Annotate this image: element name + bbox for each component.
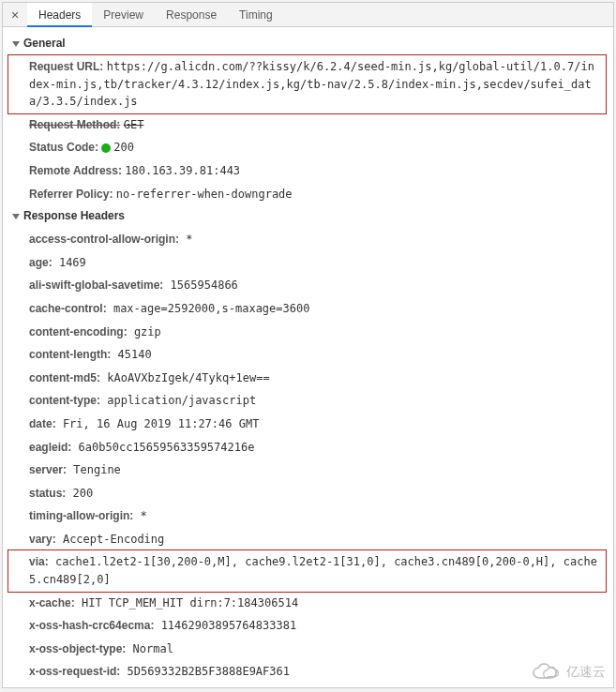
header-label: vary:	[29, 533, 56, 546]
header-value: 1565954866	[163, 278, 237, 292]
tab-preview[interactable]: Preview	[92, 3, 155, 27]
header-label: eagleid:	[29, 441, 71, 454]
header-label: access-control-allow-origin:	[29, 233, 179, 246]
tab-response[interactable]: Response	[155, 3, 228, 27]
header-value: 200	[66, 487, 93, 500]
header-value: 5D569332B2B5F3888E9AF361	[120, 665, 290, 678]
header-value: 1469	[53, 256, 86, 269]
header-label: content-encoding:	[29, 325, 128, 338]
content-scroll[interactable]: General Request URL: https://g.alicdn.co…	[3, 27, 613, 687]
referrer-policy-row: Referrer Policy: no-referrer-when-downgr…	[8, 183, 613, 206]
request-method-label: Request Method:	[29, 118, 120, 131]
header-row: x-oss-object-type: Normal	[8, 638, 613, 661]
referrer-policy-label: Referrer Policy:	[29, 188, 113, 201]
header-value: Normal	[126, 642, 173, 655]
header-row: x-oss-request-id: 5D569332B2B5F3888E9AF3…	[8, 660, 613, 684]
header-value: *	[179, 233, 192, 246]
header-row: content-type: application/javascript	[8, 389, 613, 413]
status-code-value: 200	[113, 141, 134, 154]
section-general-toggle[interactable]: General	[8, 33, 613, 55]
header-row: timing-allow-origin: *	[8, 504, 613, 528]
header-row: ali-swift-global-savetime: 1565954866	[8, 274, 613, 297]
status-code-row: Status Code: 200	[8, 136, 613, 159]
header-row: via: cache1.l2et2-1[30,200-0,M], cache9.…	[8, 550, 606, 591]
referrer-policy-value: no-referrer-when-downgrade	[116, 188, 293, 201]
header-value: kAoAVXbzIgek/4Tykq+1ew==	[100, 371, 270, 384]
header-row: access-control-allow-origin: *	[8, 228, 613, 251]
section-response-headers-toggle[interactable]: Response Headers	[8, 205, 613, 228]
header-row: eagleid: 6a0b50cc15659563359574216e	[8, 436, 613, 459]
header-value: Fri, 16 Aug 2019 11:27:46 GMT	[56, 417, 260, 430]
response-headers-list: access-control-allow-origin: *age: 1469a…	[8, 228, 613, 687]
header-label: content-length:	[29, 348, 111, 361]
tabbar: × Headers Preview Response Timing	[3, 3, 613, 27]
header-row: content-encoding: gzip	[8, 321, 613, 344]
header-row: cache-control: max-age=2592000,s-maxage=…	[8, 297, 613, 321]
header-label: via:	[29, 555, 49, 568]
header-value: application/javascript	[100, 394, 256, 407]
header-row: vary: Accept-Encoding	[8, 528, 613, 551]
headers-panel: × Headers Preview Response Timing Genera…	[2, 2, 614, 688]
close-icon[interactable]: ×	[3, 8, 27, 23]
header-label: server:	[29, 463, 67, 476]
header-value: 6a0b50cc15659563359574216e	[71, 441, 254, 454]
header-value: gzip	[128, 325, 161, 338]
request-url-value: https://g.alicdn.com/??kissy/k/6.2.4/see…	[29, 60, 594, 108]
header-value: Accept-Encoding	[56, 533, 165, 546]
request-url-row: Request URL: https://g.alicdn.com/??kiss…	[8, 55, 606, 113]
header-label: timing-allow-origin:	[29, 509, 133, 522]
header-value: cache1.l2et2-1[30,200-0,M], cache9.l2et2…	[29, 555, 597, 586]
header-label: age:	[29, 256, 53, 269]
header-label: ali-swift-global-savetime:	[29, 278, 163, 292]
tab-headers[interactable]: Headers	[27, 3, 92, 27]
chevron-down-icon	[12, 41, 20, 47]
header-label: status:	[29, 487, 66, 500]
header-row: status: 200	[8, 482, 613, 505]
header-value: Tengine	[67, 463, 121, 476]
header-row: x-cache: HIT TCP_MEM_HIT dirn:7:18430651…	[8, 592, 613, 615]
status-dot-icon	[101, 143, 111, 153]
header-value: max-age=2592000,s-maxage=3600	[107, 302, 310, 315]
header-value: 11462903895764833381	[154, 619, 296, 632]
request-method-row: Request Method: GET	[8, 113, 613, 137]
header-label: content-type:	[29, 394, 100, 407]
status-code-label: Status Code:	[29, 141, 98, 154]
remote-address-value: 180.163.39.81:443	[125, 164, 240, 177]
header-row: content-length: 45140	[8, 343, 613, 367]
header-label: date:	[29, 417, 56, 430]
remote-address-label: Remote Address:	[29, 164, 122, 177]
header-label: x-cache:	[29, 596, 75, 609]
chevron-down-icon	[12, 214, 20, 219]
header-row: content-md5: kAoAVXbzIgek/4Tykq+1ew==	[8, 367, 613, 390]
section-general-title: General	[23, 37, 66, 50]
section-response-headers-title: Response Headers	[23, 209, 125, 222]
header-label: x-oss-request-id:	[29, 665, 120, 678]
header-value: HIT TCP_MEM_HIT dirn:7:184306514	[75, 596, 298, 609]
tab-timing[interactable]: Timing	[228, 3, 284, 27]
remote-address-row: Remote Address: 180.163.39.81:443	[8, 159, 613, 183]
header-value: *	[133, 509, 146, 522]
header-value: 45140	[111, 348, 151, 361]
header-row: x-oss-server-time: 2	[8, 684, 613, 687]
header-label: x-oss-object-type:	[29, 642, 126, 655]
header-label: x-oss-hash-crc64ecma:	[29, 619, 154, 632]
header-label: content-md5:	[29, 371, 100, 384]
header-row: x-oss-hash-crc64ecma: 114629038957648333…	[8, 614, 613, 638]
header-row: server: Tengine	[8, 459, 613, 482]
request-method-value: GET	[124, 118, 144, 131]
header-row: age: 1469	[8, 251, 613, 275]
header-row: date: Fri, 16 Aug 2019 11:27:46 GMT	[8, 413, 613, 436]
request-url-label: Request URL:	[29, 60, 103, 73]
header-label: cache-control:	[29, 302, 107, 315]
